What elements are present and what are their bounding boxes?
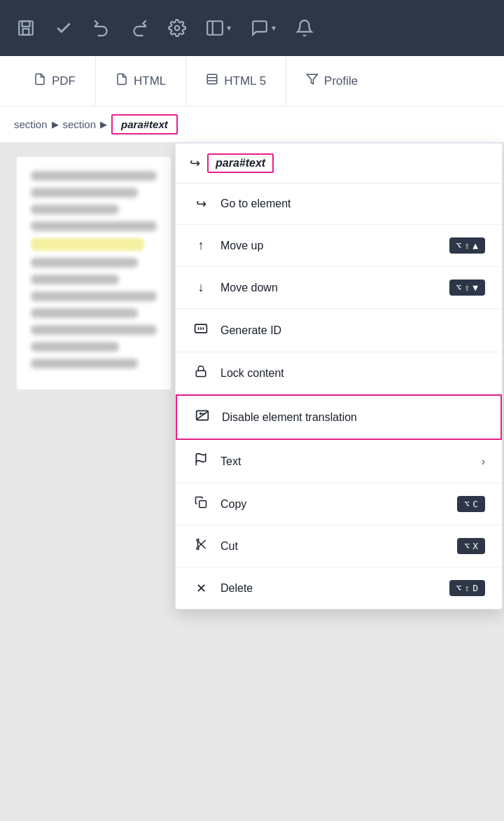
redo-icon[interactable]	[130, 19, 148, 37]
svg-point-3	[175, 26, 180, 31]
blurred-text-8	[31, 308, 138, 318]
tab-profile-label: Profile	[324, 74, 358, 88]
context-menu: ↪ para#text ↪ Go to element ↑ Move up ⌥⇧…	[175, 143, 503, 609]
move-down-shortcut: ⌥⇧▼	[449, 280, 485, 296]
menu-item-delete[interactable]: ✕ Delete ⌥⇧D	[176, 567, 502, 609]
disable-translation-label: Disable element translation	[222, 411, 357, 424]
menu-item-move-up-left: ↑ Move up	[192, 238, 263, 253]
svg-line-16	[197, 411, 209, 420]
move-down-label: Move down	[220, 282, 278, 294]
text-flag-icon	[192, 453, 209, 470]
delete-label: Delete	[220, 582, 253, 595]
tab-html[interactable]: HTML	[96, 56, 186, 106]
text-label: Text	[220, 455, 241, 468]
menu-item-copy-left: Copy	[192, 496, 246, 512]
context-header-arrow-icon: ↪	[190, 156, 200, 171]
undo-icon[interactable]	[92, 19, 111, 37]
menu-item-cut-right: ⌥X	[457, 538, 485, 554]
blurred-text-7	[31, 291, 157, 301]
generate-id-label: Generate ID	[220, 324, 281, 337]
menu-item-move-up-right: ⌥⇧▲	[449, 237, 485, 254]
go-to-element-label: Go to element	[220, 198, 291, 210]
tab-profile[interactable]: Profile	[286, 56, 377, 106]
menu-item-move-down-left: ↓ Move down	[192, 280, 278, 295]
lock-content-label: Lock content	[220, 367, 284, 380]
menu-item-move-up[interactable]: ↑ Move up ⌥⇧▲	[176, 225, 502, 267]
delete-icon: ✕	[192, 581, 209, 596]
main-toolbar: ▾ ▾	[0, 0, 504, 56]
bell-icon[interactable]	[295, 19, 314, 37]
menu-item-go-to-element-left: ↪ Go to element	[192, 196, 291, 212]
context-menu-header: ↪ para#text	[176, 144, 502, 184]
svg-rect-4	[207, 21, 223, 35]
blurred-text-10	[31, 342, 119, 352]
cut-shortcut: ⌥X	[457, 538, 485, 554]
settings-icon[interactable]	[168, 19, 186, 37]
svg-rect-18	[200, 501, 206, 508]
breadcrumb-section2[interactable]: section	[63, 118, 97, 130]
blurred-highlighted	[31, 238, 144, 251]
breadcrumb: section ▶ section ▶ para#text	[0, 106, 504, 143]
menu-item-lock-content[interactable]: Lock content	[176, 352, 502, 394]
menu-item-cut[interactable]: Cut ⌥X	[176, 525, 502, 567]
tab-html-label: HTML	[134, 74, 166, 88]
tab-pdf[interactable]: PDF	[14, 56, 96, 106]
blurred-text-6	[31, 275, 119, 284]
main-content: ↪ para#text ↪ Go to element ↑ Move up ⌥⇧…	[0, 143, 504, 821]
menu-item-disable-translation[interactable]: Disable element translation	[176, 394, 502, 440]
html-icon	[115, 73, 128, 89]
blurred-text-3	[31, 205, 119, 214]
layout-icon-group[interactable]: ▾	[206, 19, 231, 37]
lock-content-icon	[192, 365, 209, 381]
menu-item-move-down[interactable]: ↓ Move down ⌥⇧▼	[176, 267, 502, 309]
svg-point-19	[197, 548, 199, 550]
menu-item-generate-id-left: Generate ID	[192, 322, 281, 339]
cut-label: Cut	[220, 540, 238, 553]
comment-chevron: ▾	[272, 23, 276, 33]
blurred-text-2	[31, 188, 138, 198]
menu-item-copy-right: ⌥C	[457, 496, 485, 512]
svg-line-22	[198, 540, 206, 548]
menu-item-delete-right: ⌥⇧D	[449, 580, 485, 596]
disable-translation-icon	[194, 408, 211, 426]
tab-html5[interactable]: HTML 5	[186, 56, 286, 106]
menu-item-copy[interactable]: Copy ⌥C	[176, 483, 502, 525]
svg-rect-6	[208, 74, 218, 84]
menu-item-delete-left: ✕ Delete	[192, 581, 253, 596]
menu-item-go-to-element[interactable]: ↪ Go to element	[176, 184, 502, 225]
menu-item-lock-content-left: Lock content	[192, 365, 284, 381]
menu-item-cut-left: Cut	[192, 538, 238, 554]
check-icon[interactable]	[55, 19, 73, 37]
delete-shortcut: ⌥⇧D	[449, 580, 485, 596]
menu-item-move-down-right: ⌥⇧▼	[449, 280, 485, 296]
move-up-label: Move up	[220, 240, 263, 252]
svg-line-23	[198, 541, 206, 549]
move-down-icon: ↓	[192, 280, 209, 295]
breadcrumb-highlighted[interactable]: para#text	[111, 114, 178, 134]
move-up-shortcut: ⌥⇧▲	[449, 237, 485, 254]
blurred-text-11	[31, 359, 138, 368]
go-to-element-icon: ↪	[192, 196, 209, 212]
html5-icon	[206, 73, 218, 89]
svg-marker-9	[307, 74, 318, 84]
tab-pdf-label: PDF	[52, 74, 76, 88]
copy-icon	[192, 496, 209, 512]
svg-point-20	[197, 539, 199, 541]
text-submenu-arrow-icon: ›	[482, 455, 485, 468]
menu-item-disable-translation-left: Disable element translation	[194, 408, 357, 426]
svg-rect-14	[196, 371, 206, 376]
copy-label: Copy	[220, 498, 246, 511]
blurred-text-9	[31, 325, 157, 335]
pdf-icon	[34, 73, 46, 89]
svg-rect-1	[22, 21, 30, 27]
breadcrumb-section1[interactable]: section	[14, 118, 48, 130]
menu-item-text-left: Text	[192, 453, 241, 470]
move-up-icon: ↑	[192, 238, 209, 253]
menu-item-generate-id[interactable]: Generate ID	[176, 309, 502, 352]
blurred-text-5	[31, 258, 138, 268]
menu-item-text[interactable]: Text ›	[176, 440, 502, 483]
save-icon[interactable]	[17, 19, 35, 37]
generate-id-icon	[192, 322, 209, 339]
comment-icon-group[interactable]: ▾	[251, 19, 276, 37]
menu-item-text-right: ›	[482, 455, 485, 468]
